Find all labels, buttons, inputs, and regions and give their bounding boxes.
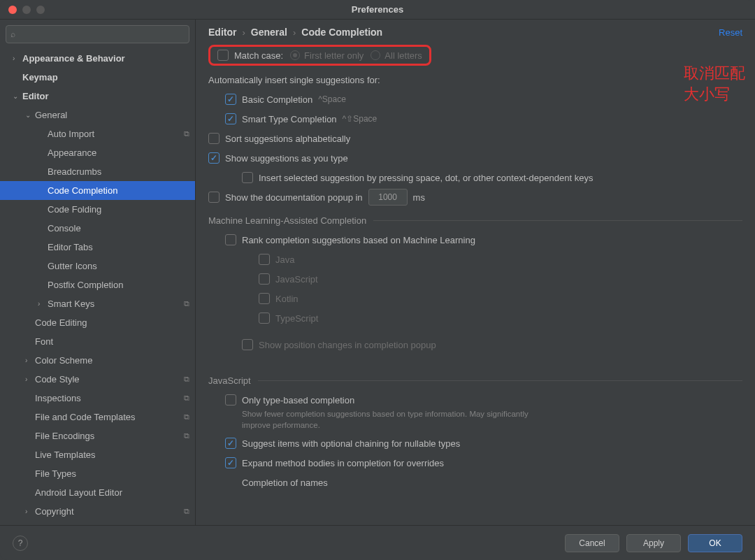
tree-item-label: Code Style bbox=[35, 374, 80, 385]
tree-item-editor-tabs[interactable]: Editor Tabs bbox=[0, 238, 195, 257]
sort-alpha-checkbox[interactable] bbox=[208, 133, 220, 144]
tree-item-label: Editor bbox=[22, 91, 49, 101]
match-case-checkbox[interactable] bbox=[217, 50, 229, 61]
tree-item-appearance-behavior[interactable]: ›Appearance & Behavior bbox=[0, 49, 195, 68]
chevron-right-icon: › bbox=[25, 375, 35, 383]
tree-item-android-layout-editor[interactable]: Android Layout Editor bbox=[0, 483, 195, 502]
tree-item-postfix-completion[interactable]: Postfix Completion bbox=[0, 275, 195, 294]
close-icon[interactable] bbox=[8, 6, 17, 14]
copy-icon: ⧉ bbox=[184, 431, 189, 440]
copy-icon: ⧉ bbox=[184, 299, 189, 308]
search-input[interactable] bbox=[18, 29, 185, 39]
cancel-button[interactable]: Cancel bbox=[565, 534, 619, 552]
help-button[interactable]: ? bbox=[13, 536, 28, 551]
auto-insert-heading: Automatically insert single suggestions … bbox=[208, 70, 742, 89]
tree-item-label: File Encodings bbox=[35, 431, 94, 441]
radio-first-letter[interactable] bbox=[290, 50, 300, 60]
tree-item-label: Copyright bbox=[35, 506, 74, 517]
tree-item-inspections[interactable]: Inspections⧉ bbox=[0, 389, 195, 408]
chevron-right-icon: › bbox=[13, 55, 22, 62]
js-type-only-checkbox[interactable] bbox=[225, 394, 236, 405]
match-case-label: Match case: bbox=[234, 50, 283, 61]
copy-icon: ⧉ bbox=[184, 129, 189, 138]
chevron-down-icon: ⌄ bbox=[13, 92, 22, 100]
ml-java-checkbox bbox=[259, 254, 270, 265]
crumb-general[interactable]: General bbox=[251, 27, 287, 38]
chevron-right-icon: › bbox=[25, 357, 35, 364]
js-type-only-label: Only type-based completion bbox=[242, 395, 354, 405]
tree-item-smart-keys[interactable]: ›Smart Keys⧉ bbox=[0, 294, 195, 313]
smart-completion-checkbox[interactable] bbox=[225, 113, 236, 124]
minimize-icon bbox=[22, 6, 31, 14]
ml-js-checkbox bbox=[259, 273, 270, 285]
radio-all-letters[interactable] bbox=[371, 50, 380, 60]
basic-completion-shortcut: ^Space bbox=[318, 94, 346, 104]
tree-item-code-editing[interactable]: Code Editing bbox=[0, 313, 195, 332]
tree-item-label: Breadcrumbs bbox=[48, 166, 101, 177]
js-expand-label: Expand method bodies in completion for o… bbox=[242, 458, 444, 468]
tree-item-copyright[interactable]: ›Copyright⧉ bbox=[0, 502, 195, 521]
doc-popup-checkbox[interactable] bbox=[208, 192, 220, 203]
tree-item-font[interactable]: Font bbox=[0, 332, 195, 351]
settings-tree[interactable]: ›Appearance & BehaviorKeymap⌄Editor⌄Gene… bbox=[0, 49, 195, 525]
tree-item-file-and-code-templates[interactable]: File and Code Templates⧉ bbox=[0, 408, 195, 426]
tree-item-code-completion[interactable]: Code Completion bbox=[0, 181, 195, 200]
tree-item-label: Android Layout Editor bbox=[35, 487, 122, 498]
copy-icon: ⧉ bbox=[184, 507, 189, 516]
tree-item-label: Appearance bbox=[48, 148, 96, 158]
ml-ts-checkbox bbox=[259, 313, 270, 324]
tree-item-label: Keymap bbox=[22, 72, 58, 82]
tree-item-breadcrumbs[interactable]: Breadcrumbs bbox=[0, 162, 195, 181]
tree-item-color-scheme[interactable]: ›Color Scheme bbox=[0, 351, 195, 370]
show-as-type-checkbox[interactable] bbox=[208, 152, 220, 164]
js-chain-checkbox[interactable] bbox=[225, 438, 236, 449]
doc-popup-label-pre: Show the documentation popup in bbox=[225, 192, 363, 203]
smart-completion-label: Smart Type Completion bbox=[242, 114, 337, 124]
tree-item-label: Code Editing bbox=[35, 317, 87, 328]
crumb-editor[interactable]: Editor bbox=[208, 27, 236, 38]
tree-item-auto-import[interactable]: Auto Import⧉ bbox=[0, 124, 195, 143]
window-title: Preferences bbox=[7, 4, 748, 15]
copy-icon: ⧉ bbox=[184, 394, 189, 403]
ml-rank-label: Rank completion suggestions based on Mac… bbox=[242, 235, 475, 245]
chevron-right-icon: › bbox=[242, 27, 245, 38]
ml-js-label: JavaScript bbox=[275, 274, 318, 285]
main-panel: Editor › General › Code Completion Reset… bbox=[196, 20, 755, 525]
sidebar: ⌕ ›Appearance & BehaviorKeymap⌄Editor⌄Ge… bbox=[0, 20, 196, 525]
smart-completion-shortcut: ^⇧Space bbox=[343, 114, 378, 124]
breadcrumb: Editor › General › Code Completion Reset bbox=[196, 20, 755, 45]
tree-item-code-folding[interactable]: Code Folding bbox=[0, 200, 195, 219]
basic-completion-checkbox[interactable] bbox=[225, 94, 236, 105]
tree-item-editor[interactable]: ⌄Editor bbox=[0, 87, 195, 106]
ok-button[interactable]: OK bbox=[688, 534, 742, 552]
annotation-box: Match case: First letter only All letter… bbox=[208, 45, 431, 66]
doc-popup-ms-input[interactable]: 1000 bbox=[368, 189, 408, 206]
radio-all-letters-label: All letters bbox=[384, 50, 422, 61]
completion-names-heading: Completion of names bbox=[208, 473, 742, 492]
chevron-down-icon: ⌄ bbox=[25, 111, 35, 119]
tree-item-general[interactable]: ⌄General bbox=[0, 106, 195, 124]
tree-item-live-templates[interactable]: Live Templates bbox=[0, 445, 195, 464]
tree-item-code-style[interactable]: ›Code Style⧉ bbox=[0, 370, 195, 389]
ml-rank-checkbox[interactable] bbox=[225, 234, 236, 245]
search-input-wrapper[interactable]: ⌕ bbox=[6, 25, 189, 43]
ml-ts-label: TypeScript bbox=[275, 313, 318, 324]
js-expand-checkbox[interactable] bbox=[225, 457, 236, 468]
copy-icon: ⧉ bbox=[184, 412, 189, 422]
copy-icon: ⧉ bbox=[184, 375, 189, 384]
tree-item-label: Postfix Completion bbox=[48, 280, 123, 290]
tree-item-label: Inspections bbox=[35, 393, 81, 403]
reset-link[interactable]: Reset bbox=[719, 27, 742, 38]
tree-item-file-types[interactable]: File Types bbox=[0, 464, 195, 483]
tree-item-keymap[interactable]: Keymap bbox=[0, 68, 195, 87]
tree-item-appearance[interactable]: Appearance bbox=[0, 143, 195, 162]
tree-item-file-encodings[interactable]: File Encodings⧉ bbox=[0, 426, 195, 445]
insert-selected-checkbox[interactable] bbox=[242, 172, 253, 183]
apply-button[interactable]: Apply bbox=[626, 534, 681, 552]
sort-alpha-label: Sort suggestions alphabetically bbox=[225, 134, 350, 144]
tree-item-gutter-icons[interactable]: Gutter Icons bbox=[0, 257, 195, 275]
ml-section-header: Machine Learning-Assisted Completion bbox=[208, 215, 742, 226]
basic-completion-label: Basic Completion bbox=[242, 94, 312, 105]
tree-item-console[interactable]: Console bbox=[0, 219, 195, 238]
tree-item-label: File and Code Templates bbox=[35, 412, 136, 422]
